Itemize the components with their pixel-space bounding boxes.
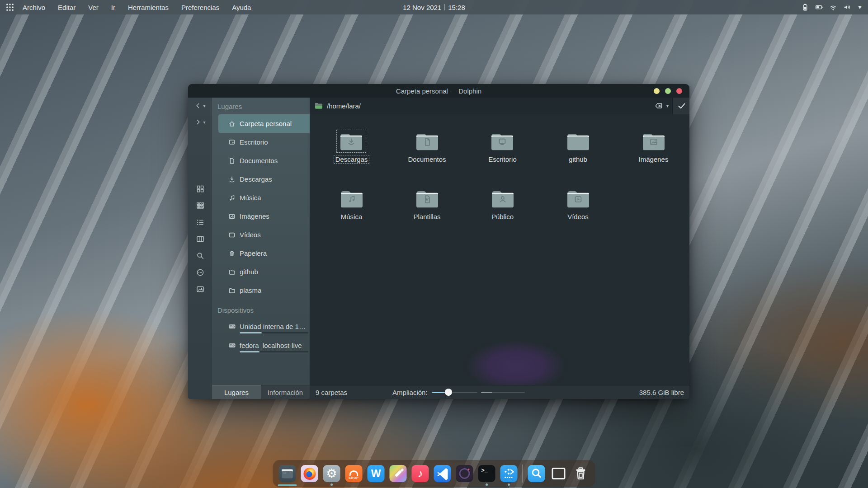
writer-icon: W bbox=[371, 468, 381, 480]
menu-herramientas[interactable]: Herramientas bbox=[128, 4, 169, 11]
split-view-icon[interactable] bbox=[196, 235, 205, 244]
sidebar-item-imagenes[interactable]: Imágenes bbox=[218, 207, 310, 225]
dock-item-terminal[interactable]: >_ bbox=[478, 465, 495, 482]
folder-item-documentos[interactable]: Documentos bbox=[406, 131, 447, 163]
document-icon bbox=[422, 137, 432, 147]
tab-lugares[interactable]: Lugares bbox=[212, 385, 261, 399]
dock: ⚙ SHOP W ♪ >_ bbox=[273, 460, 595, 487]
compact-view-icon[interactable] bbox=[196, 201, 205, 210]
sidebar-device-internal-drive[interactable]: Unidad interna de 1… bbox=[218, 319, 310, 338]
confirm-location-button[interactable] bbox=[672, 98, 689, 114]
volume-icon[interactable] bbox=[843, 3, 851, 11]
dock-item-file-manager[interactable] bbox=[279, 465, 296, 482]
hard-drive-icon bbox=[228, 342, 236, 349]
details-view-icon[interactable] bbox=[196, 218, 205, 227]
menu-ayuda[interactable]: Ayuda bbox=[232, 4, 251, 11]
folder-view[interactable]: Descargas Documentos bbox=[310, 114, 689, 385]
dock-separator bbox=[523, 465, 523, 483]
system-tray: ▼ bbox=[801, 3, 863, 11]
menu-editar[interactable]: Editar bbox=[58, 4, 75, 11]
clear-location-icon[interactable] bbox=[654, 101, 663, 110]
sidebar-item-musica[interactable]: Música bbox=[218, 188, 310, 207]
folder-item-plantillas[interactable]: Plantillas bbox=[412, 188, 442, 221]
shopping-bag-icon bbox=[349, 470, 359, 476]
active-app-indicator bbox=[278, 484, 297, 486]
clock-date: 12 Nov 2021 bbox=[403, 4, 441, 11]
search-icon bbox=[528, 465, 545, 482]
back-history-caret-icon[interactable]: ▾ bbox=[203, 103, 205, 108]
folder-icon bbox=[640, 131, 668, 152]
window-title: Carpeta personal — Dolphin bbox=[396, 87, 481, 95]
music-icon bbox=[347, 194, 357, 204]
folder-item-musica[interactable]: Música bbox=[338, 188, 366, 221]
dock-item-music-player[interactable]: ♪ bbox=[412, 465, 429, 482]
sidebar-item-plasma[interactable]: plasma bbox=[218, 281, 310, 300]
items-count: 9 carpetas bbox=[316, 389, 347, 396]
sidebar-item-escritorio[interactable]: Escritorio bbox=[218, 133, 310, 151]
sidebar-item-documentos[interactable]: Documentos bbox=[218, 151, 310, 170]
person-icon bbox=[498, 194, 508, 204]
desktop-icon bbox=[228, 139, 236, 146]
keyboard-battery-icon[interactable] bbox=[815, 3, 823, 11]
preview-icon[interactable] bbox=[196, 285, 205, 294]
trash-icon bbox=[228, 250, 236, 257]
chevron-right-icon bbox=[194, 118, 202, 126]
dock-item-trash[interactable] bbox=[572, 465, 590, 482]
wifi-icon[interactable] bbox=[829, 3, 837, 11]
app-grid-icon[interactable] bbox=[5, 3, 14, 12]
folder-mini-icon bbox=[315, 103, 323, 109]
devices-header: Dispositivos bbox=[212, 302, 310, 319]
menu-preferencias[interactable]: Preferencias bbox=[181, 4, 219, 11]
zoom-slider-handle[interactable] bbox=[445, 389, 452, 396]
video-icon bbox=[573, 194, 583, 204]
sidebar-item-github[interactable]: github bbox=[218, 263, 310, 281]
sidebar-item-papelera[interactable]: Papelera bbox=[218, 244, 310, 263]
icons-view-icon[interactable] bbox=[196, 184, 205, 193]
forward-history-caret-icon[interactable]: ▾ bbox=[203, 120, 205, 125]
sidebar-item-descargas[interactable]: Descargas bbox=[218, 170, 310, 188]
location-dropdown-icon[interactable]: ▾ bbox=[666, 103, 669, 108]
dock-item-settings[interactable]: ⚙ bbox=[323, 465, 340, 482]
folder-item-videos[interactable]: Vídeos bbox=[564, 188, 592, 221]
dock-item-paint[interactable] bbox=[390, 465, 407, 482]
tab-informacion[interactable]: Información bbox=[261, 385, 310, 399]
zoom-slider[interactable] bbox=[432, 389, 477, 396]
music-note-icon: ♪ bbox=[418, 467, 423, 480]
dock-item-show-desktop[interactable] bbox=[550, 465, 567, 482]
folder-item-descargas[interactable]: Descargas bbox=[334, 131, 369, 163]
more-options-icon[interactable] bbox=[196, 268, 205, 277]
folder-item-escritorio[interactable]: Escritorio bbox=[487, 131, 518, 163]
folder-icon bbox=[413, 131, 441, 152]
close-button[interactable] bbox=[676, 88, 682, 94]
menu-ir[interactable]: Ir bbox=[111, 4, 115, 11]
minimize-button[interactable] bbox=[654, 88, 660, 94]
clock-time: 15:28 bbox=[448, 4, 465, 11]
folder-item-publico[interactable]: Público bbox=[489, 188, 517, 221]
show-desktop-icon bbox=[552, 468, 566, 479]
battery-icon[interactable] bbox=[801, 3, 809, 11]
dock-item-firefox[interactable] bbox=[301, 465, 318, 482]
sidebar-item-videos[interactable]: Vídeos bbox=[218, 225, 310, 244]
dock-item-search[interactable] bbox=[528, 465, 545, 482]
titlebar[interactable]: Carpeta personal — Dolphin bbox=[188, 84, 689, 98]
menu-archivo[interactable]: Archivo bbox=[23, 4, 45, 11]
location-bar[interactable]: /home/lara/ ▾ bbox=[310, 98, 689, 114]
dock-item-media-player[interactable] bbox=[456, 465, 473, 482]
menu-ver[interactable]: Ver bbox=[88, 4, 99, 11]
back-button[interactable]: ▾ bbox=[188, 98, 212, 114]
maximize-button[interactable] bbox=[665, 88, 671, 94]
clock[interactable]: 12 Nov 2021 15:28 bbox=[403, 4, 465, 11]
search-icon[interactable] bbox=[196, 251, 205, 260]
folder-item-imagenes[interactable]: Imágenes bbox=[637, 131, 670, 163]
forward-button[interactable]: ▾ bbox=[188, 114, 212, 130]
dock-item-writer[interactable]: W bbox=[368, 465, 385, 482]
folder-item-github[interactable]: github bbox=[564, 131, 592, 163]
sidebar-device-fedora-live[interactable]: fedora_localhost-live bbox=[218, 338, 310, 357]
sidebar-item-carpeta-personal[interactable]: Carpeta personal bbox=[218, 114, 310, 133]
dock-item-shop[interactable]: SHOP bbox=[345, 465, 363, 482]
location-path[interactable]: /home/lara/ bbox=[327, 102, 361, 110]
folder-icon bbox=[564, 188, 592, 209]
dock-item-messenger[interactable] bbox=[500, 465, 518, 482]
dock-item-vscode[interactable] bbox=[434, 465, 451, 482]
chevron-down-icon[interactable]: ▼ bbox=[857, 4, 863, 10]
